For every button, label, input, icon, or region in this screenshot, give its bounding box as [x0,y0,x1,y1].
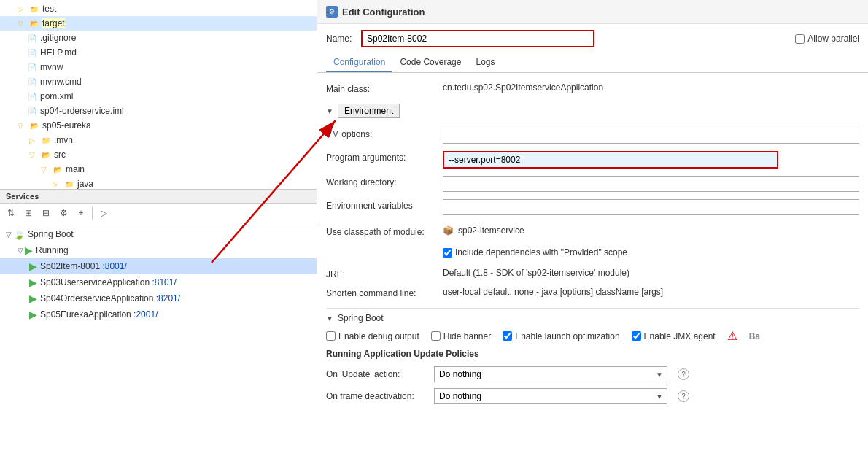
hide-banner-label: Hide banner [443,331,491,341]
service-item-sp05eureka[interactable]: ▶ Sp05EurekaApplication :2001/ [0,306,317,322]
enable-launch-checkbox[interactable] [503,331,512,341]
enable-jmx-label: Enable JMX agent [644,331,716,341]
tree-item-gitignore[interactable]: 📄 .gitignore [0,31,317,45]
error-icon: ⚠ [727,329,737,343]
services-header: Services [0,190,317,204]
jre-value: Default (1.8 - SDK of 'sp02-itemservice'… [443,268,629,278]
folder-open-visual-icon: 📂 [28,18,40,29]
on-update-help[interactable]: ? [678,368,689,380]
tree-label-mvnwcmd: mvnw.cmd [40,77,82,87]
tree-item-mvnw[interactable]: 📄 mvnw [0,60,317,74]
sp02item-name: Sp02Item-8001 [40,261,100,271]
tree-label-test: test [42,4,56,14]
on-update-select[interactable]: Do nothing Update classes and resources … [434,366,667,382]
springboot-collapse-arrow[interactable]: ▼ [326,314,333,322]
environment-section: ▼ Environment [326,101,859,121]
enable-debug-checkbox[interactable] [326,331,336,341]
file-icon-mvnw: 📄 [26,61,38,73]
running-policies: Running Application Update Policies On '… [326,346,859,410]
sp02item-port: :8001/ [100,261,127,271]
program-args-input[interactable] [443,151,778,169]
env-vars-label: Environment variables: [326,199,443,211]
tree-item-java[interactable]: ▷ 📁 java [0,177,317,190]
tab-code-coverage[interactable]: Code Coverage [392,53,468,72]
tree-item-sp05eureka[interactable]: ▽ 📂 sp05-eureka [0,118,317,133]
include-deps-spacer [326,244,443,246]
on-deactivate-help[interactable]: ? [678,390,689,402]
tree-item-mvndir[interactable]: ▷ 📁 .mvn [0,133,317,147]
tree-item-helpmd[interactable]: 📄 HELP.md [0,45,317,60]
services-title: Services [6,192,39,201]
enable-debug-option: Enable debug output [326,331,419,341]
service-item-sp04order[interactable]: ▶ Sp04OrderserviceApplication :8201/ [0,290,317,306]
tree-item-target[interactable]: ▽ 📂 target [0,16,317,31]
config-header: ⚙ Edit Configuration [317,0,868,24]
jre-label: JRE: [326,268,443,279]
tree-item-main[interactable]: ▽ 📂 main [0,162,317,177]
main-class-value: cn.tedu.sp02.Sp02ItemserviceApplication [443,82,859,93]
tree-item-pomxml[interactable]: 📄 pom.xml [0,89,317,104]
service-item-sp02item[interactable]: ▶ Sp02Item-8001 :8001/ [0,258,317,274]
run-icon-sp05eureka: ▶ [29,309,37,320]
enable-launch-option: Enable launch optimization [503,331,619,341]
springboot-icon: 🍃 [13,229,25,240]
sp05eureka-name: Sp05EurekaApplication [40,309,131,320]
toolbar-btn-group[interactable]: ⊞ [20,205,36,221]
file-icon-pomxml: 📄 [26,90,38,102]
folder-icon-java: 📁 [63,178,75,190]
on-update-row: On 'Update' action: Do nothing Update cl… [326,363,859,385]
service-item-running[interactable]: ▽ ▶ Running [0,242,317,258]
classpath-row: Use classpath of module: 📦 sp02-itemserv… [326,222,859,241]
allow-parallel-label: Allow parallel [807,34,859,44]
sp04order-port: :8201/ [153,293,180,303]
hide-banner-checkbox[interactable] [431,331,441,341]
tree-item-sp04iml[interactable]: 📄 sp04-orderservice.iml [0,104,317,118]
toolbar-btn-sort[interactable]: ⇅ [3,205,19,221]
tree-label-main: main [66,164,85,174]
allow-parallel-container: Allow parallel [795,34,859,44]
env-collapse-arrow[interactable]: ▼ [326,107,333,115]
jre-row: JRE: Default (1.8 - SDK of 'sp02-itemser… [326,264,859,283]
toolbar-btn-add[interactable]: + [73,205,89,221]
on-deactivate-select[interactable]: Do nothing Update classes and resources [434,388,667,404]
service-item-sp03user[interactable]: ▶ Sp03UserserviceApplication :8101/ [0,274,317,290]
tree-label-gitignore: .gitignore [40,33,76,43]
include-deps-checkbox[interactable] [443,248,452,258]
service-item-springboot[interactable]: ▽ 🍃 Spring Boot [0,226,317,242]
tree-item-mvnwcmd[interactable]: 📄 mvnw.cmd [0,74,317,89]
folder-icon: ▷ [15,3,26,15]
tree-item-test[interactable]: ▷ 📁 test [0,1,317,16]
toolbar-btn-settings[interactable]: ⚙ [55,205,71,221]
file-icon-mvnwcmd: 📄 [26,76,38,88]
name-input[interactable] [361,30,594,47]
include-deps-row: Include dependencies with "Provided" sco… [326,241,859,264]
toolbar-btn-filter[interactable]: ⊟ [38,205,54,221]
on-deactivate-row: On frame deactivation: Do nothing Update… [326,385,859,407]
enable-jmx-checkbox[interactable] [632,331,641,341]
folder-open-icon: ▽ [15,18,26,29]
allow-parallel-checkbox[interactable] [795,34,805,44]
tab-configuration[interactable]: Configuration [326,53,392,72]
file-icon-sp04iml: 📄 [26,105,38,117]
classpath-label: Use classpath of module: [326,225,443,237]
env-section-label[interactable]: Environment [338,104,400,118]
run-icon-running: ▶ [25,244,33,256]
run-icon-sp03user: ▶ [29,277,37,288]
working-dir-input[interactable] [443,176,859,192]
name-row: Name: Allow parallel [317,24,868,53]
vm-options-input[interactable] [443,128,859,144]
main-class-row: Main class: cn.tedu.sp02.Sp02Itemservice… [326,79,859,98]
service-tree: ▽ 🍃 Spring Boot ▽ ▶ Running ▶ Sp02Item-8… [0,223,317,325]
folder-arrow-java: ▷ [50,178,61,190]
tree-label-helpmd: HELP.md [40,47,77,58]
tree-label-src: src [54,150,66,160]
chevron-springboot: ▽ [6,231,12,239]
shorten-cmd-label: Shorten command line: [326,287,443,298]
toolbar-btn-expand[interactable]: ▷ [96,205,112,221]
on-update-select-wrapper: Do nothing Update classes and resources … [434,366,667,382]
env-vars-input[interactable] [443,199,859,215]
vm-options-row: VM options: [326,124,859,147]
sp03user-port: :8101/ [150,277,177,287]
tab-logs[interactable]: Logs [468,53,502,72]
tree-item-src[interactable]: ▽ 📂 src [0,147,317,162]
